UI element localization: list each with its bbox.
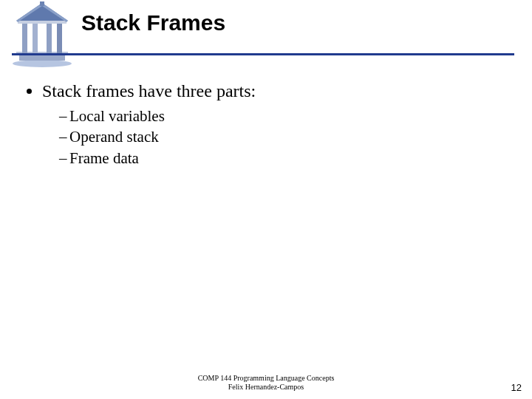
svg-rect-4 [33,22,38,53]
svg-rect-3 [22,22,27,53]
sub-bullet-item: –Local variables [59,106,505,126]
bullet-dot-icon [27,89,32,94]
title-rule [12,53,514,55]
footer-course: COMP 144 Programming Language Concepts [0,374,532,383]
sub-bullet-item: –Operand stack [59,127,505,146]
svg-rect-6 [57,22,62,53]
bullet-text: Stack frames have three parts: [42,80,256,102]
slide: Stack Frames Stack frames have three par… [0,0,532,399]
page-number: 12 [511,382,522,393]
sub-bullet-text: Local variables [69,107,165,125]
sub-bullet-text: Operand stack [69,128,159,146]
header: Stack Frames [0,0,532,68]
footer: COMP 144 Programming Language Concepts F… [0,374,532,392]
bullet-item: Stack frames have three parts: [27,80,505,102]
svg-rect-5 [47,22,52,53]
svg-rect-1 [19,55,65,61]
content-area: Stack frames have three parts: –Local va… [27,80,505,169]
sub-bullet-text: Frame data [69,149,139,167]
unc-old-well-logo [9,0,75,68]
svg-rect-8 [40,1,44,6]
footer-author: Felix Hernandez-Campos [0,383,532,392]
svg-point-0 [13,60,72,67]
sub-bullet-list: –Local variables –Operand stack –Frame d… [59,106,505,168]
sub-bullet-item: –Frame data [59,149,505,168]
slide-title: Stack Frames [81,10,225,35]
